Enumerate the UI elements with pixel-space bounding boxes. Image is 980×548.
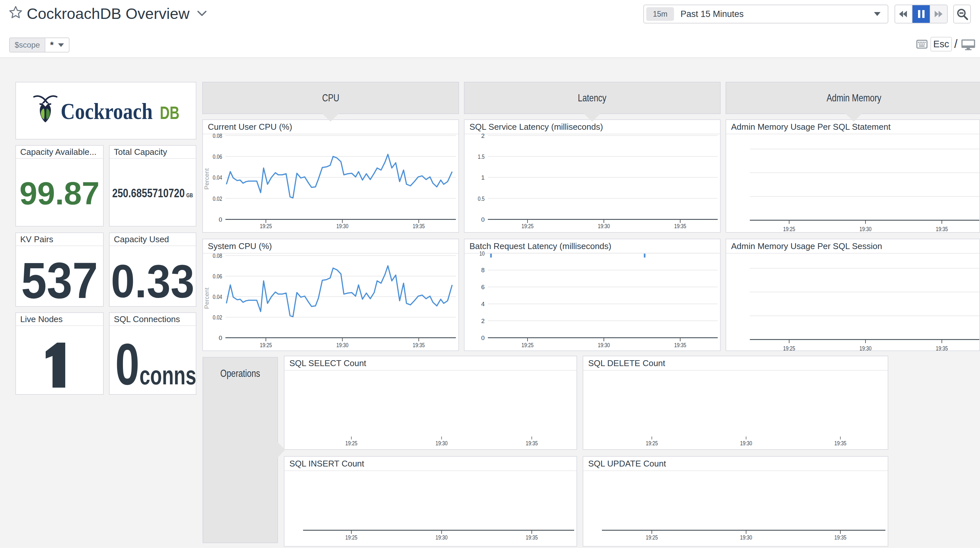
svg-text:19:25: 19:25 [783,345,795,351]
svg-text:19:30: 19:30 [740,534,752,541]
svg-text:1: 1 [481,174,485,181]
svg-text:19:25: 19:25 [783,226,795,232]
svg-text:2: 2 [481,132,485,139]
svg-text:0: 0 [219,216,222,223]
svg-text:0.08: 0.08 [213,252,222,259]
svg-text:19:35: 19:35 [675,342,686,348]
svg-text:19:35: 19:35 [413,222,425,229]
svg-text:0.5: 0.5 [478,195,485,202]
svg-text:19:25: 19:25 [345,440,358,446]
svg-text:19:30: 19:30 [436,440,448,446]
svg-text:19:35: 19:35 [936,226,948,232]
svg-text:19:30: 19:30 [860,226,872,232]
svg-text:0: 0 [481,216,485,223]
svg-text:Cockroach: Cockroach [60,99,153,124]
svg-text:0.02: 0.02 [213,314,222,321]
svg-text:0: 0 [219,335,222,342]
svg-text:Percent: Percent [203,288,210,309]
svg-text:19:25: 19:25 [345,534,358,541]
svg-text:19:25: 19:25 [522,342,534,348]
svg-text:0: 0 [481,335,485,342]
svg-text:0.06: 0.06 [213,273,222,280]
svg-text:19:35: 19:35 [675,222,686,229]
svg-text:19:35: 19:35 [835,534,846,541]
svg-text:19:25: 19:25 [260,222,272,229]
svg-text:0.08: 0.08 [213,132,222,139]
svg-text:0.04: 0.04 [213,294,222,300]
svg-text:19:30: 19:30 [598,222,610,229]
svg-text:4: 4 [481,300,485,307]
svg-text:19:30: 19:30 [598,342,610,348]
svg-text:19:25: 19:25 [260,342,272,348]
svg-text:0.02: 0.02 [213,195,222,202]
svg-text:19:30: 19:30 [436,534,448,541]
svg-text:19:30: 19:30 [336,222,348,229]
svg-text:19:35: 19:35 [936,345,948,351]
svg-text:0.06: 0.06 [213,153,222,160]
svg-text:Percent: Percent [203,168,210,190]
svg-text:19:30: 19:30 [740,440,752,446]
svg-text:10: 10 [480,250,485,257]
svg-text:19:35: 19:35 [526,440,538,446]
svg-text:1.5: 1.5 [478,153,485,160]
svg-text:19:35: 19:35 [835,440,846,446]
svg-text:8: 8 [481,267,485,273]
svg-text:2: 2 [481,318,485,324]
svg-text:19:30: 19:30 [860,345,872,351]
svg-text:19:25: 19:25 [646,534,658,541]
svg-text:6: 6 [481,284,485,291]
svg-text:19:25: 19:25 [646,440,658,446]
svg-text:19:30: 19:30 [336,342,348,348]
svg-text:DB: DB [160,102,180,123]
svg-text:19:25: 19:25 [522,222,534,229]
svg-text:19:35: 19:35 [526,534,538,541]
svg-text:0.04: 0.04 [213,174,222,181]
svg-text:19:35: 19:35 [413,342,425,348]
